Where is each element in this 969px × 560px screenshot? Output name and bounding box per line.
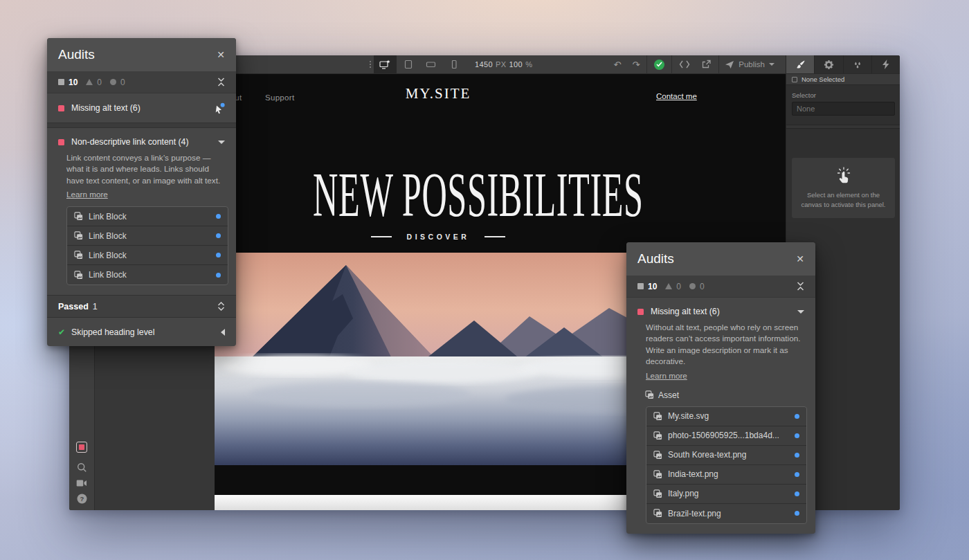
item-label: Italy.png [668,489,789,498]
breakpoint-desktop-button[interactable] [374,55,397,73]
redo-icon: ↷ [632,60,640,70]
canvas-width-value[interactable]: 1450 [475,60,493,69]
redo-button[interactable]: ↷ [626,55,645,74]
issue-item-list: My.site.svg photo-1506905925...1bda4d...… [646,406,807,524]
help-button[interactable]: ? [77,494,87,504]
breakpoint-tablet-button[interactable] [397,55,419,73]
tab-settings[interactable] [815,55,843,73]
breakpoint-phone-portrait-button[interactable] [442,55,465,73]
issue-dot-indicator [216,214,221,219]
asset-icon [653,431,662,440]
tap-hand-icon [835,167,852,185]
svg-text:?: ? [80,495,84,503]
tab-style-manager[interactable] [844,55,872,73]
none-selected-row[interactable]: None Selected [786,74,900,85]
errors-count: 10 [648,282,657,291]
site-logo[interactable]: MY.SITE [215,85,662,102]
errors-square-icon [58,79,64,85]
asset-icon [653,412,662,421]
canvas-dimensions: 1450 PX 100 % [475,60,532,69]
list-item[interactable]: Brazil-text.png [646,504,806,523]
errors-square-icon [637,283,644,289]
audit-issue-nondescriptive-links[interactable]: Non-descriptive link content (4) [47,128,236,150]
panel-header: Audits ✕ [626,242,815,276]
list-item[interactable]: photo-1506905925...1bda4d... [646,426,806,446]
chevron-collapsed-icon[interactable] [221,329,225,336]
item-label: Link Block [89,231,210,241]
collapse-all-icon[interactable] [217,78,225,87]
site-hero-tagline[interactable]: DISCOVER [215,233,662,241]
link-block-icon [74,251,83,260]
list-item[interactable]: South Korea-text.png [646,446,806,465]
desktop-star-icon [379,60,391,69]
dash-decoration [484,236,505,237]
audits-panel-left: Audits ✕ 10 0 0 Missing alt text (6) Non… [47,38,236,346]
locate-cursor-icon[interactable] [214,102,225,114]
item-label: photo-1506905925...1bda4d... [668,431,789,440]
close-icon[interactable]: ✕ [796,253,804,264]
passed-section-header[interactable]: Passed 1 [47,295,236,318]
passed-count: 1 [93,302,98,311]
site-navbar[interactable]: About Support MY.SITE Contact me [215,74,786,129]
audit-panel-toggle-button[interactable] [76,442,87,453]
issue-dot-indicator [795,453,799,458]
info-circle-icon [689,283,696,289]
chevron-expanded-icon[interactable] [218,141,225,144]
warnings-triangle-icon [86,79,93,85]
publish-label: Publish [739,60,765,69]
list-item[interactable]: Link Block [67,246,228,265]
audit-issue-missing-alt[interactable]: Missing alt text (6) [626,298,815,319]
issue-description: Without alt text, people who rely on scr… [646,322,806,368]
phone-portrait-icon [449,60,459,69]
publish-button[interactable]: Publish [721,60,779,69]
dash-decoration [371,236,392,237]
toolbar-right: ↶ ↷ [608,55,786,73]
learn-more-link[interactable]: Learn more [66,190,108,199]
audit-error-icon [79,444,84,450]
issue-dot-indicator [216,233,221,238]
issue-dot-indicator [216,273,221,278]
share-button[interactable] [696,55,717,74]
list-item[interactable]: My.site.svg [646,407,806,426]
audit-issue-missing-alt[interactable]: Missing alt text (6) [47,93,236,123]
learn-more-link[interactable]: Learn more [646,371,687,380]
asset-icon [653,451,662,460]
site-hero-heading[interactable]: NEW POSSIBILITIES [313,164,563,226]
undo-button[interactable]: ↶ [608,55,626,74]
breakpoint-phone-landscape-button[interactable] [419,55,442,73]
issue-dot-indicator [795,433,799,438]
issue-description: Link content conveys a link’s purpose — … [66,152,226,186]
video-tutorials-button[interactable] [76,479,87,487]
list-item[interactable]: Link Block [67,207,228,226]
tab-interactions[interactable] [872,55,900,73]
check-icon: ✔ [58,327,65,337]
item-label: South Korea-text.png [668,450,789,460]
issue-dot-indicator [795,414,799,419]
none-selected-label: None Selected [802,75,844,83]
zoom-value[interactable]: 100 [509,60,523,69]
passed-item-skipped-heading[interactable]: ✔ Skipped heading level [47,318,236,346]
item-label: My.site.svg [668,411,789,421]
passed-item-label: Skipped heading level [71,327,215,337]
tab-style[interactable] [786,55,815,73]
more-options-icon[interactable] [367,61,374,68]
site-nav-link-contact[interactable]: Contact me [656,92,697,100]
list-item[interactable]: Italy.png [646,485,806,504]
audits-panel-right: Audits ✕ 10 0 0 Missing alt text (6) Wit… [626,242,815,534]
list-item[interactable]: India-text.png [646,465,806,485]
info-count: 0 [120,78,125,87]
zoom-tool-button[interactable] [77,462,87,473]
saved-status-button[interactable] [649,55,670,74]
chevron-expanded-icon[interactable] [797,310,804,314]
selector-input[interactable] [792,102,895,116]
list-item[interactable]: Link Block [67,226,228,246]
close-icon[interactable]: ✕ [217,49,225,60]
expand-icon[interactable] [217,302,225,311]
checkbox-icon[interactable] [792,77,797,82]
item-label: India-text.png [668,469,789,479]
list-item[interactable]: Link Block [67,265,228,284]
export-code-button[interactable] [673,55,696,74]
asset-icon [645,390,654,399]
collapse-all-icon[interactable] [797,282,804,291]
error-square-icon [58,105,64,111]
